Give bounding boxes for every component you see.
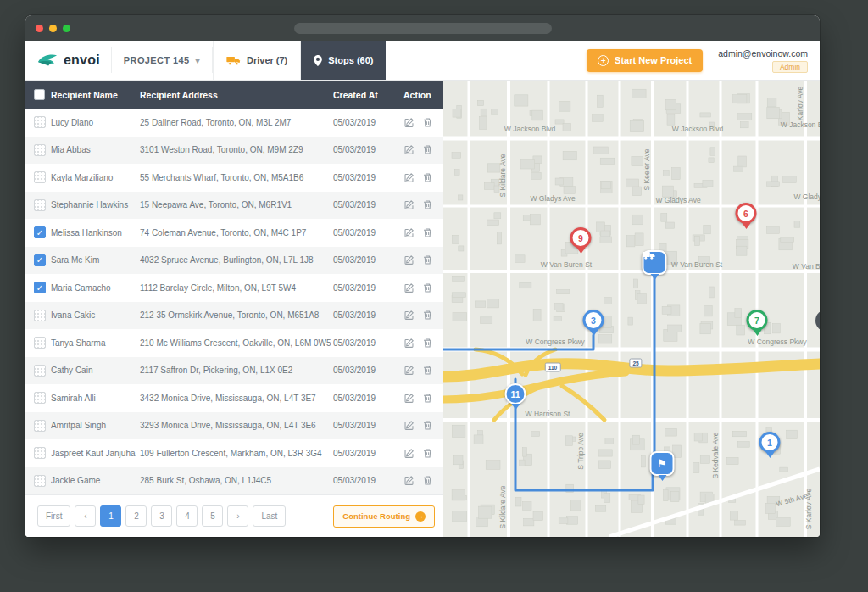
- address-bar[interactable]: [294, 23, 552, 34]
- edit-row-button[interactable]: [403, 310, 415, 321]
- prev-page-button[interactable]: ‹: [75, 505, 96, 527]
- row-checkbox[interactable]: [34, 199, 46, 211]
- created-at: 05/03/2019: [333, 228, 398, 237]
- row-checkbox[interactable]: ✓: [34, 226, 46, 238]
- row-checkbox[interactable]: [34, 475, 46, 487]
- map-marker-1[interactable]: 1: [760, 432, 781, 458]
- edit-row-button[interactable]: [403, 365, 415, 376]
- table-row[interactable]: Mia Abbas 3101 Weston Road, Toronto, ON,…: [25, 137, 443, 165]
- page-button-3[interactable]: 3: [151, 505, 172, 527]
- edit-row-button[interactable]: [403, 282, 415, 293]
- tab-driver[interactable]: Driver (7): [213, 41, 300, 80]
- delete-row-button[interactable]: [422, 117, 433, 128]
- edit-row-button[interactable]: [403, 254, 415, 265]
- delete-row-button[interactable]: [422, 393, 433, 404]
- edit-row-button[interactable]: [403, 117, 415, 128]
- edit-row-button[interactable]: [403, 448, 415, 459]
- row-checkbox[interactable]: ✓: [34, 254, 46, 266]
- account-email: admin@envoinow.com: [718, 48, 808, 59]
- last-page-button[interactable]: Last: [253, 505, 286, 527]
- row-checkbox[interactable]: [34, 171, 46, 183]
- close-window-button[interactable]: [36, 25, 43, 32]
- page-button-2[interactable]: 2: [125, 505, 147, 527]
- truck-marker[interactable]: [643, 250, 667, 280]
- map-marker-6[interactable]: 6: [736, 203, 757, 229]
- edit-row-button[interactable]: [403, 338, 415, 349]
- first-page-button[interactable]: First: [37, 505, 70, 527]
- delete-row-button[interactable]: [422, 199, 433, 210]
- tab-stops[interactable]: Stops (60): [300, 41, 386, 80]
- table-row[interactable]: Amritpal Singh 3293 Monica Drive, Missis…: [25, 412, 443, 440]
- map-marker-9[interactable]: 9: [570, 227, 592, 254]
- admin-badge: Admin: [772, 61, 808, 73]
- edit-row-button[interactable]: [403, 420, 415, 431]
- select-all-checkbox[interactable]: [34, 89, 45, 100]
- table-row[interactable]: Tanya Sharma 210 Mc Williams Crescent, O…: [25, 329, 443, 357]
- row-checkbox[interactable]: [34, 420, 46, 432]
- table-row[interactable]: Stephannie Hawkins 15 Neepawa Ave, Toron…: [25, 192, 443, 220]
- recipient-address: 212 35 Ormskirk Avenue, Toronto, ON, M65…: [140, 310, 333, 320]
- delete-row-button[interactable]: [422, 282, 433, 293]
- table-row[interactable]: ✓ Sara Mc Kim 4032 Spruce Avenue, Burlin…: [25, 247, 443, 275]
- edit-row-button[interactable]: [403, 144, 415, 155]
- row-checkbox[interactable]: [34, 310, 46, 321]
- minimize-window-button[interactable]: [49, 25, 57, 32]
- zoom-window-button[interactable]: [63, 25, 70, 32]
- start-new-project-button[interactable]: + Start New Project: [587, 49, 703, 72]
- app-header: envoi PROJECT 145 ▾ Driver (7): [25, 41, 820, 81]
- delete-row-button[interactable]: [422, 144, 433, 155]
- row-checkbox[interactable]: [34, 144, 46, 156]
- map-marker-3[interactable]: 3: [583, 310, 604, 336]
- project-selector[interactable]: PROJECT 145 ▾: [112, 41, 212, 80]
- truck-icon: [226, 55, 241, 66]
- marker-tail: [576, 248, 585, 254]
- edit-row-button[interactable]: [403, 475, 415, 486]
- delete-row-button[interactable]: [422, 227, 433, 238]
- edit-row-button[interactable]: [403, 172, 415, 183]
- table-row[interactable]: Samirah Alli 3432 Monica Drive, Mississa…: [25, 384, 443, 412]
- tab-stops-label: Stops (60): [328, 55, 373, 65]
- table-row[interactable]: Lucy Diano 25 Dallner Road, Toronto, ON,…: [25, 109, 443, 137]
- table-row[interactable]: Cathy Cain 2117 Saffron Dr, Pickering, O…: [25, 357, 443, 385]
- map-marker-11[interactable]: 11: [505, 383, 526, 410]
- delete-row-button[interactable]: [422, 475, 433, 486]
- row-checkbox[interactable]: ✓: [34, 282, 46, 293]
- table-row[interactable]: ✓ Maria Camacho 1112 Barclay Circle, Mil…: [25, 274, 443, 302]
- row-checkbox[interactable]: [34, 337, 46, 349]
- delete-row-button[interactable]: [422, 254, 433, 265]
- row-checkbox[interactable]: [34, 365, 46, 377]
- table-row[interactable]: ✓ Melissa Hankinson 74 Coleman Avenue, T…: [25, 219, 443, 247]
- delete-row-button[interactable]: [422, 338, 433, 349]
- edit-row-button[interactable]: [403, 199, 415, 210]
- destination-flag-marker[interactable]: ⚑: [650, 451, 675, 481]
- edit-row-button[interactable]: [403, 393, 415, 404]
- delete-row-button[interactable]: [422, 448, 433, 459]
- table-row[interactable]: Ivana Cakic 212 35 Ormskirk Avenue, Toro…: [25, 302, 443, 330]
- row-checkbox[interactable]: [34, 392, 46, 404]
- street-label: W Congress Pkwy: [748, 338, 807, 346]
- table-row[interactable]: Jaspreet Kaut Janjuha 109 Fullerton Cres…: [25, 439, 443, 467]
- delete-row-button[interactable]: [422, 365, 433, 376]
- delete-row-button[interactable]: [422, 172, 433, 183]
- pagination-bar: First ‹ 12345 › Last Continue Routing →: [25, 494, 443, 537]
- next-page-button[interactable]: ›: [227, 505, 248, 527]
- account-info[interactable]: admin@envoinow.com Admin: [703, 41, 820, 80]
- map-control[interactable]: [815, 310, 820, 332]
- page-button-5[interactable]: 5: [202, 505, 223, 527]
- desktop-background: envoi PROJECT 145 ▾ Driver (7): [0, 0, 868, 592]
- page-button-4[interactable]: 4: [176, 505, 198, 527]
- start-new-project-label: Start New Project: [615, 55, 692, 65]
- table-row[interactable]: Kayla Marziliano 55 Merchants Wharf, Tor…: [25, 164, 443, 192]
- map-marker-7[interactable]: 7: [747, 310, 768, 336]
- edit-row-button[interactable]: [403, 227, 415, 238]
- row-checkbox[interactable]: [34, 116, 46, 128]
- recipient-address: 3101 Weston Road, Toronto, ON, M9M 2Z9: [140, 145, 333, 154]
- row-checkbox[interactable]: [34, 447, 46, 459]
- continue-routing-button[interactable]: Continue Routing →: [333, 505, 435, 528]
- delete-row-button[interactable]: [422, 420, 433, 431]
- delete-row-button[interactable]: [422, 310, 433, 321]
- table-row[interactable]: Jackie Game 285 Burk St, Oshawa, ON, L1J…: [25, 467, 443, 495]
- app-logo[interactable]: envoi: [25, 41, 111, 80]
- page-button-1[interactable]: 1: [100, 505, 121, 527]
- map[interactable]: W Jackson BlvdW Jackson BlvdW Jackson Bl…: [443, 81, 820, 537]
